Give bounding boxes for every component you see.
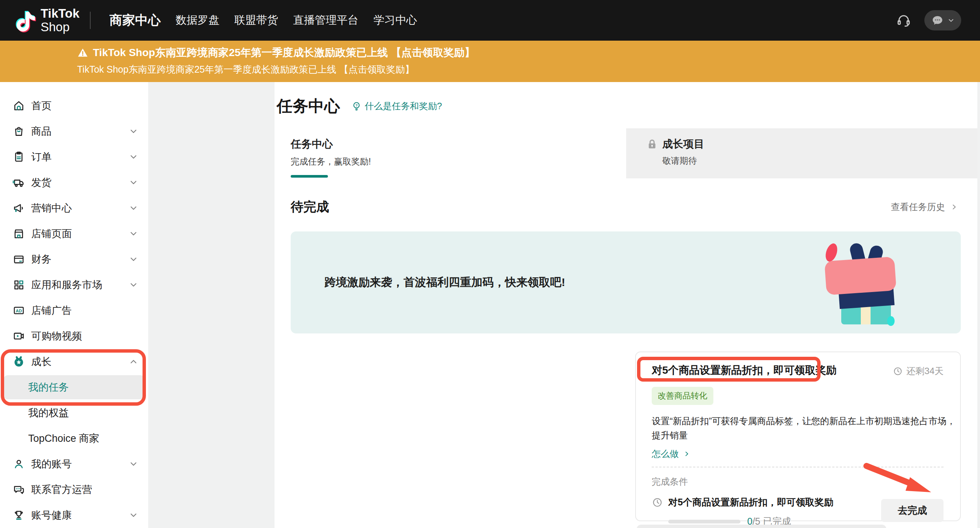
headset-support-icon[interactable]: [896, 13, 912, 28]
sidebar-item-label: 我的权益: [28, 406, 69, 420]
sidebar-item-apps-services-market[interactable]: 应用和服务市场: [0, 272, 148, 298]
account-menu[interactable]: [924, 10, 961, 30]
sidebar-item-label: 我的账号: [31, 457, 72, 471]
sidebar-item-shoppable-videos[interactable]: 可购物视频: [0, 323, 148, 349]
sidebar-item-label: TopChoice 商家: [28, 432, 99, 445]
go-complete-button[interactable]: 去完成: [881, 499, 943, 522]
topbar-divider: [90, 12, 91, 29]
sidebar-item-shop-ads[interactable]: AD店铺广告: [0, 298, 148, 323]
sidebar-item-finance[interactable]: 财务: [0, 247, 148, 272]
chevron-down-icon: [129, 280, 138, 290]
sidebar-item-label: 应用和服务市场: [31, 278, 102, 292]
clock-icon: [652, 497, 663, 528]
promo-text: 跨境激励来袭，首波福利四重加码，快来领取吧!: [325, 275, 565, 290]
video-icon: [13, 330, 25, 343]
trophy-icon: [13, 509, 25, 522]
help-link[interactable]: ? 什么是任务和奖励?: [351, 100, 442, 112]
gift-box-illustration: [813, 243, 896, 326]
condition-text: 对5个商品设置新品折扣，即可领取奖励: [668, 496, 833, 509]
storefront-icon: [13, 227, 25, 240]
sidebar-item-marketing-center[interactable]: 营销中心: [0, 195, 148, 221]
page-header: 任务中心 ? 什么是任务和奖励?: [277, 96, 442, 116]
ad-icon: AD: [13, 304, 25, 317]
main-panel: 任务中心 ? 什么是任务和奖励? 任务中心 完成任务，赢取奖励!: [275, 82, 977, 528]
sidebar: 首页商品订单发货营销中心店铺页面财务应用和服务市场AD店铺广告可购物视频成长我的…: [0, 82, 148, 528]
dashed-divider: [652, 467, 943, 467]
sidebar-item-products[interactable]: 商品: [0, 118, 148, 144]
truck-icon: [13, 176, 25, 189]
chevron-down-icon: [129, 510, 138, 520]
sidebar-item-label: 订单: [31, 150, 51, 164]
message-bubble-icon: [931, 14, 944, 27]
sidebar-item-label: 营销中心: [31, 201, 72, 215]
sidebar-item-contact-official-ops[interactable]: 联系官方运营: [0, 477, 148, 502]
promo-banner[interactable]: 跨境激励来袭，首波福利四重加码，快来领取吧!: [291, 231, 961, 333]
task-description: 设置“新品折扣”可获得专属商品标签，让您的新品在上市初期迅速抢占市场，提升销量: [652, 414, 956, 443]
sidebar-item-label: 财务: [31, 252, 51, 266]
top-bar: TikTok Shop 商家中心数据罗盘联盟带货直播管理平台学习中心: [0, 0, 980, 41]
chevron-down-icon: [129, 126, 138, 136]
pending-section-header: 待完成 查看任务历史: [291, 198, 958, 215]
sidebar-item-label: 我的任务: [28, 380, 69, 394]
nav-item-seller-center[interactable]: 商家中心: [110, 12, 161, 29]
sidebar-item-label: 店铺页面: [31, 227, 72, 241]
progress-bar: [668, 520, 740, 523]
sidebar-item-my-benefits[interactable]: 我的权益: [0, 400, 148, 426]
clipboard-icon: [13, 150, 25, 163]
nav-item-live-platform[interactable]: 直播管理平台: [293, 13, 358, 28]
sidebar-item-label: 商品: [31, 124, 51, 138]
task-deadline: 还剩34天: [893, 365, 943, 377]
apps-grid-icon: [13, 279, 25, 291]
task-card: 对5个商品设置新品折扣，即可领取奖励 还剩34天 改善商品转化 设置“新品折扣”…: [635, 351, 961, 521]
nav-item-data-compass[interactable]: 数据罗盘: [176, 13, 219, 28]
sidebar-item-home[interactable]: 首页: [0, 93, 148, 118]
active-tab-underline: [291, 175, 328, 178]
tab-growth-program[interactable]: 成长项目 敬请期待: [626, 128, 977, 179]
user-icon: [13, 458, 25, 471]
announcement-line-1[interactable]: TikTok Shop东南亚跨境商家25年第一季度成长激励政策已上线 【点击领取…: [77, 45, 980, 61]
sidebar-item-orders[interactable]: 订单: [0, 144, 148, 170]
next-section-peek: [637, 525, 886, 528]
chevron-down-icon: [129, 203, 138, 213]
task-tag: 改善商品转化: [652, 387, 713, 405]
chevron-right-icon: [950, 203, 958, 211]
sidebar-item-label: 首页: [31, 99, 51, 113]
sidebar-item-topchoice-seller[interactable]: TopChoice 商家: [0, 426, 148, 451]
page-title: 任务中心: [277, 96, 340, 116]
sidebar-item-account-health[interactable]: 账号健康: [0, 502, 148, 528]
chevron-down-icon: [129, 229, 138, 239]
how-to-link[interactable]: 怎么做: [652, 448, 943, 460]
task-history-link[interactable]: 查看任务历史: [891, 201, 958, 213]
sidebar-item-my-tasks[interactable]: 我的任务: [4, 375, 145, 399]
sidebar-item-growth[interactable]: 成长: [0, 349, 148, 375]
card-icon: [13, 253, 25, 266]
sidebar-item-label: 成长: [31, 355, 51, 368]
growth-badge-icon: [13, 355, 25, 368]
tiktok-shop-logo[interactable]: TikTok Shop: [14, 7, 80, 34]
condition-label: 完成条件: [652, 476, 943, 488]
chevron-up-icon: [129, 357, 138, 367]
sidebar-item-label: 发货: [31, 176, 51, 189]
tiktok-note-icon: [14, 8, 36, 32]
chevron-down-icon: [947, 16, 955, 24]
home-icon: [13, 99, 25, 112]
chevron-right-icon: [683, 450, 690, 457]
tabs: 任务中心 完成任务，赢取奖励! 成长项目 敬请期待: [275, 128, 977, 179]
nav-item-learning-center[interactable]: 学习中心: [374, 13, 417, 28]
sidebar-item-my-account[interactable]: 我的账号: [0, 451, 148, 477]
announcement-banner: TikTok Shop东南亚跨境商家25年第一季度成长激励政策已上线 【点击领取…: [0, 41, 980, 82]
svg-text:AD: AD: [16, 309, 22, 313]
pending-section-title: 待完成: [291, 198, 329, 215]
sidebar-item-shop-pages[interactable]: 店铺页面: [0, 221, 148, 247]
warning-triangle-icon: [77, 47, 88, 58]
bag-icon: [13, 125, 25, 138]
tab-task-center[interactable]: 任务中心 完成任务，赢取奖励!: [275, 128, 626, 179]
announcement-line-2[interactable]: TikTok Shop东南亚跨境商家25年第一季度成长激励政策已上线 【点击领取…: [77, 62, 980, 77]
clock-icon: [893, 366, 903, 376]
chevron-down-icon: [129, 152, 138, 162]
sidebar-item-shipping[interactable]: 发货: [0, 170, 148, 195]
sidebar-item-label: 店铺广告: [31, 304, 72, 317]
chevron-down-icon: [129, 178, 138, 187]
lock-icon: [646, 138, 659, 150]
nav-item-affiliate[interactable]: 联盟带货: [234, 13, 278, 28]
